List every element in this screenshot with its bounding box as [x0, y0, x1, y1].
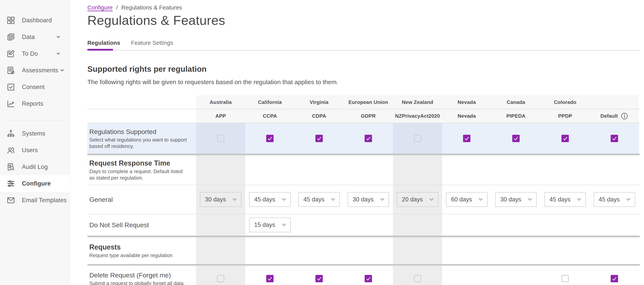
delete-request-checkbox-new-zealand[interactable]: [414, 275, 421, 282]
tab-divider: [88, 50, 640, 51]
regulation-checkbox-colorado[interactable]: [562, 135, 569, 142]
table-row-requests: Requests Request type available per regu…: [88, 237, 640, 264]
column-header-country: Colorado: [540, 95, 590, 109]
sidebar-item-configure[interactable]: Configure: [0, 175, 70, 192]
column-header-country: [590, 95, 639, 109]
audit-log-icon: [6, 162, 15, 171]
dashboard-icon: [6, 16, 15, 25]
column-header-country: Nevada: [442, 95, 491, 109]
delete-request-checkbox-canada: [512, 275, 520, 282]
row-subtitle: Request type available per regulation: [89, 252, 172, 259]
section-description: The following rights will be given to re…: [88, 78, 641, 86]
delete-request-checkbox-california[interactable]: [266, 275, 274, 282]
delete-request-checkbox-default[interactable]: [611, 275, 618, 282]
column-header-country: Australia: [196, 95, 245, 109]
table-row-request-response-time: Request Response Time Days to complete a…: [88, 155, 640, 185]
sidebar-nav: Dashboard Data To Do Assessments Consent…: [0, 0, 70, 209]
sidebar-item-assessments[interactable]: Assessments: [0, 62, 70, 79]
tab-feature-settings[interactable]: Feature Settings: [131, 40, 173, 46]
regulation-checkbox-canada[interactable]: [512, 135, 520, 142]
breadcrumb-link-configure[interactable]: Configure: [88, 4, 112, 11]
section-divider: [88, 264, 640, 266]
page-title: Regulations & Features: [88, 13, 641, 28]
active-tab-indicator: [88, 49, 113, 51]
regulation-checkbox-default[interactable]: [611, 135, 618, 142]
column-header-regulation: APP: [196, 109, 245, 123]
reports-icon: [6, 99, 15, 108]
sidebar-item-audit-log[interactable]: Audit Log: [0, 159, 70, 175]
row-title: Delete Request (Forget me): [89, 271, 171, 279]
column-header-country: European Union: [344, 95, 393, 109]
configure-icon: [6, 179, 15, 188]
sidebar-item-label: Systems: [22, 130, 70, 137]
sidebar-item-users[interactable]: Users: [0, 142, 70, 159]
row-title: Regulations Supported: [89, 127, 156, 136]
regulation-checkbox-european-union[interactable]: [364, 135, 372, 142]
tab-regulations[interactable]: Regulations: [88, 40, 120, 46]
section-divider: [88, 235, 640, 237]
delete-request-checkbox-european-union[interactable]: [364, 275, 372, 282]
sidebar-item-label: Configure: [22, 180, 70, 187]
delete-request-checkbox-australia[interactable]: [217, 275, 224, 282]
response-time-select-european-union[interactable]: 30 days: [348, 192, 389, 207]
data-icon: [6, 33, 15, 42]
response-time-select-australia[interactable]: 30 days: [200, 192, 242, 207]
row-title: Request Response Time: [89, 159, 170, 167]
row-subtitle: Days to complete a request. Default list…: [89, 168, 188, 181]
assessments-icon: [6, 66, 15, 75]
delete-request-checkbox-virginia[interactable]: [316, 275, 323, 282]
response-time-select-virginia[interactable]: 45 days: [298, 192, 340, 207]
regulation-checkbox-california[interactable]: [266, 135, 274, 142]
chevron-down-icon: [54, 50, 62, 58]
todo-icon: [6, 49, 15, 58]
breadcrumb: Configure / Regulations & Features: [88, 0, 641, 11]
column-header-country: Virginia: [294, 95, 344, 109]
row-title: General: [89, 195, 113, 204]
sidebar-item-data[interactable]: Data: [0, 29, 70, 45]
sidebar-item-email-templates[interactable]: Email Templates: [0, 192, 70, 209]
column-header-country: California: [245, 95, 294, 109]
response-time-select-colorado[interactable]: 45 days: [544, 192, 586, 207]
column-header-regulation: GDPR: [344, 109, 393, 123]
row-title: Requests: [89, 243, 121, 251]
sidebar-item-todo[interactable]: To Do: [0, 45, 70, 62]
regulation-checkbox-australia[interactable]: [217, 135, 224, 142]
table-row-do-not-sell: Do Not Sell Request 15 days: [88, 214, 640, 235]
systems-icon: [6, 129, 15, 138]
section-heading: Supported rights per regulation: [88, 64, 641, 74]
regulation-checkbox-virginia[interactable]: [316, 135, 323, 142]
sidebar-item-label: Consent: [22, 84, 70, 91]
column-header-regulation-default: Default: [590, 109, 639, 123]
column-header-regulation: CCPA: [245, 109, 294, 123]
response-time-select-nevada[interactable]: 60 days: [446, 192, 488, 207]
column-header-regulation: Nevada: [442, 109, 491, 123]
main-content: Configure / Regulations & Features Regul…: [70, 0, 644, 285]
table-header-countries: Australia California Virginia European U…: [88, 95, 640, 109]
column-header-country: New Zealand: [393, 95, 442, 109]
regulation-checkbox-new-zealand[interactable]: [414, 135, 421, 142]
regulation-checkbox-nevada[interactable]: [463, 135, 470, 142]
response-time-select-canada[interactable]: 30 days: [495, 192, 537, 207]
email-icon: [6, 196, 15, 205]
sidebar-item-label: Reports: [22, 100, 70, 107]
response-time-select-default[interactable]: 45 days: [594, 192, 635, 207]
sidebar: Dashboard Data To Do Assessments Consent…: [0, 0, 70, 285]
sidebar-item-dashboard[interactable]: Dashboard: [0, 12, 70, 29]
column-header-regulation: NZPrivacyAct2020: [393, 109, 442, 123]
response-time-select-california[interactable]: 45 days: [249, 192, 290, 207]
sidebar-item-systems[interactable]: Systems: [0, 125, 70, 142]
chevron-down-icon: [54, 33, 62, 41]
sidebar-item-consent[interactable]: Consent: [0, 79, 70, 95]
sidebar-item-label: Email Templates: [22, 197, 70, 204]
regulations-table: Australia California Virginia European U…: [88, 95, 640, 285]
info-icon[interactable]: [620, 112, 628, 120]
tab-bar: Regulations Feature Settings: [88, 39, 641, 47]
chevron-down-icon: [58, 67, 66, 74]
response-time-select-new-zealand[interactable]: 20 days: [397, 192, 438, 207]
sidebar-item-reports[interactable]: Reports: [0, 95, 70, 112]
do-not-sell-select-california[interactable]: 15 days: [249, 217, 290, 232]
delete-request-checkbox-nevada: [463, 275, 470, 282]
breadcrumb-separator: /: [116, 4, 118, 11]
delete-request-checkbox-colorado[interactable]: [562, 275, 569, 282]
users-icon: [6, 146, 15, 155]
